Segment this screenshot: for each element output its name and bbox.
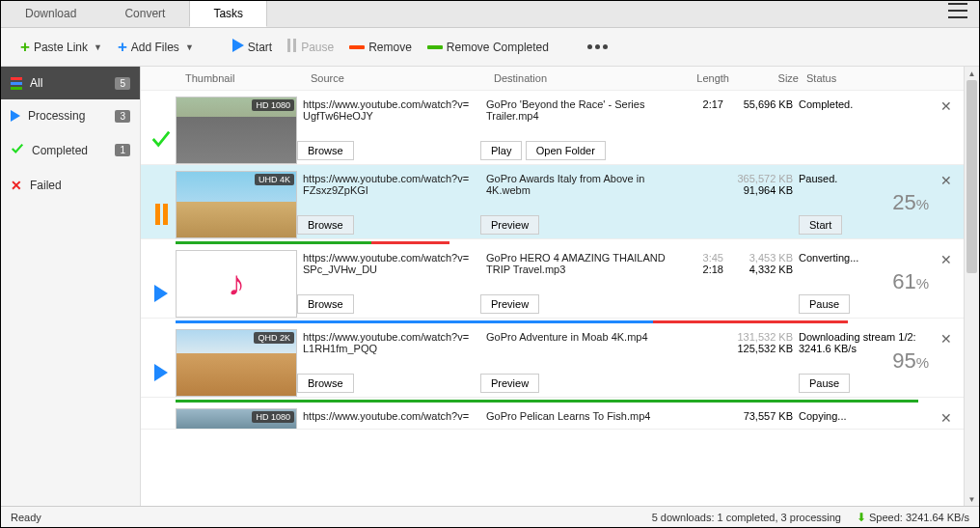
ellipsis-icon: [587, 44, 608, 49]
remove-completed-button[interactable]: Remove Completed: [422, 37, 555, 58]
header-size[interactable]: Size: [733, 72, 803, 84]
task-row[interactable]: UHD 4K https://www.youtube.com/watch?v=F…: [141, 165, 964, 239]
browse-button[interactable]: Browse: [297, 141, 354, 160]
pause-button[interactable]: Pause: [282, 35, 340, 59]
length-text: 2:17: [678, 97, 723, 164]
header-destination[interactable]: Destination: [490, 72, 688, 84]
count-badge: 1: [115, 144, 130, 156]
main-tabs: Download Convert Tasks: [1, 1, 979, 28]
play-icon: [154, 285, 168, 302]
play-button[interactable]: Play: [480, 141, 522, 160]
resolution-badge: UHD 4K: [255, 174, 294, 185]
preview-button[interactable]: Preview: [480, 374, 539, 393]
size-text: 55,696 KB: [723, 97, 793, 164]
toolbar: +Paste Link▼ +Add Files▼ Start Pause Rem…: [1, 28, 979, 67]
scrollbar[interactable]: ▲ ▼: [964, 67, 979, 506]
x-icon: ✕: [11, 178, 22, 193]
svg-rect-1: [948, 10, 967, 12]
percent-text: 95%: [892, 348, 929, 374]
length-text: [678, 171, 723, 238]
menu-icon[interactable]: [937, 0, 979, 27]
close-button[interactable]: ✕: [935, 329, 958, 397]
scroll-up-icon[interactable]: ▲: [965, 67, 979, 80]
close-button[interactable]: ✕: [935, 97, 958, 164]
status-speed: Speed: 3241.64 KB/s: [869, 512, 969, 523]
browse-button[interactable]: Browse: [297, 374, 354, 393]
thumbnail: HD 1080: [176, 408, 297, 430]
svg-rect-2: [948, 16, 967, 18]
sidebar-item-label: Processing: [28, 109, 85, 123]
pause-button[interactable]: Pause: [799, 294, 850, 314]
task-row[interactable]: QHD 2K https://www.youtube.com/watch?v=L…: [141, 323, 964, 398]
remove-button[interactable]: Remove: [343, 37, 418, 58]
count-badge: 5: [115, 77, 130, 90]
resolution-badge: HD 1080: [252, 411, 294, 423]
check-icon: [150, 128, 172, 153]
source-text: https://www.youtube.com/watch?v=: [297, 408, 480, 429]
tab-tasks[interactable]: Tasks: [189, 0, 267, 27]
length-text: [678, 329, 723, 397]
destination-text: GoPro 'Beyond the Race' - Series Trailer…: [480, 97, 678, 122]
thumbnail: HD 1080: [176, 97, 297, 164]
tab-convert[interactable]: Convert: [100, 0, 189, 27]
browse-button[interactable]: Browse: [297, 215, 354, 235]
sidebar-item-processing[interactable]: Processing 3: [1, 99, 140, 132]
sidebar-item-all[interactable]: All 5: [1, 67, 140, 99]
sidebar-item-label: All: [30, 76, 42, 90]
paste-link-button[interactable]: +Paste Link▼: [14, 34, 108, 61]
count-badge: 3: [115, 110, 130, 123]
header-status[interactable]: Status: [803, 72, 979, 84]
sidebar: All 5 Processing 3 Completed 1 ✕ Failed: [1, 67, 141, 506]
status-text: Paused. 25% Start: [793, 171, 935, 238]
status-text: Converting... 61% Pause: [793, 250, 935, 318]
start-button[interactable]: Start: [227, 35, 278, 59]
list-icon: [11, 77, 22, 90]
sidebar-item-label: Failed: [30, 179, 62, 192]
header-length[interactable]: Length: [688, 72, 733, 84]
preview-button[interactable]: Preview: [480, 294, 539, 314]
minus-icon: [349, 45, 365, 49]
resolution-badge: QHD 2K: [254, 332, 294, 344]
size-text: 3,453 KB4,332 KB: [723, 250, 793, 318]
plus-icon: +: [118, 38, 127, 57]
close-button[interactable]: ✕: [935, 250, 958, 318]
open-folder-button[interactable]: Open Folder: [526, 141, 606, 160]
header-source[interactable]: Source: [307, 72, 490, 84]
start-button[interactable]: Start: [799, 215, 842, 235]
status-left: Ready: [11, 512, 41, 523]
download-icon: ⬇: [857, 511, 866, 524]
task-row[interactable]: ♪ https://www.youtube.com/watch?v=SPc_JV…: [141, 244, 964, 319]
scroll-down-icon[interactable]: ▼: [965, 492, 979, 506]
status-icon: [147, 171, 176, 238]
pause-button[interactable]: Pause: [799, 374, 850, 393]
column-headers: Thumbnail Source Destination Length Size…: [141, 67, 979, 91]
chevron-down-icon[interactable]: ▼: [94, 42, 102, 52]
close-button[interactable]: ✕: [935, 171, 958, 238]
music-icon: ♪: [228, 264, 245, 304]
sidebar-item-completed[interactable]: Completed 1: [1, 132, 140, 168]
more-button[interactable]: [582, 41, 613, 53]
percent-text: 61%: [892, 269, 929, 294]
destination-text: GoPro Adventure in Moab 4K.mp4: [480, 329, 678, 343]
source-text: https://www.youtube.com/watch?v=FZsxz9Zp…: [297, 171, 480, 196]
thumbnail: ♪: [176, 250, 297, 318]
length-text: [678, 408, 723, 429]
status-icon: [147, 329, 176, 397]
svg-rect-4: [287, 39, 290, 52]
scroll-thumb[interactable]: [966, 80, 977, 273]
header-thumbnail[interactable]: Thumbnail: [181, 72, 307, 84]
preview-button[interactable]: Preview: [480, 215, 539, 235]
chevron-down-icon[interactable]: ▼: [185, 42, 194, 52]
sidebar-item-failed[interactable]: ✕ Failed: [1, 168, 140, 203]
play-icon: [232, 39, 244, 55]
browse-button[interactable]: Browse: [297, 294, 354, 314]
length-text: 3:452:18: [678, 250, 723, 318]
add-files-button[interactable]: +Add Files▼: [112, 34, 200, 61]
status-summary: 5 downloads: 1 completed, 3 processing: [652, 512, 841, 523]
tab-download[interactable]: Download: [1, 0, 100, 27]
status-icon: [147, 408, 176, 429]
task-row[interactable]: HD 1080 https://www.youtube.com/watch?v=…: [141, 403, 964, 430]
minus-icon: [427, 45, 443, 49]
close-button[interactable]: ✕: [935, 408, 958, 429]
task-row[interactable]: HD 1080 https://www.youtube.com/watch?v=…: [141, 91, 964, 165]
